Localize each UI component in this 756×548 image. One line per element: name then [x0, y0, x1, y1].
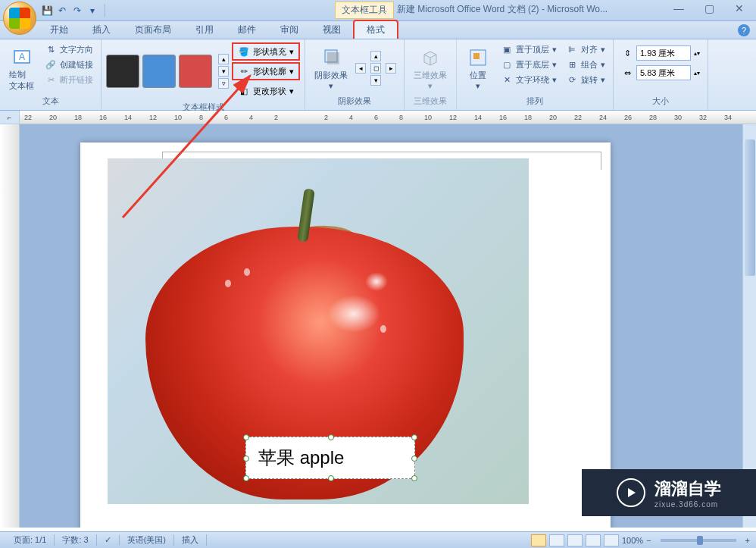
spinner-icon[interactable]: ▴▾ — [694, 70, 700, 77]
ruler-corner[interactable]: ⌐ — [0, 111, 20, 124]
style-row-up[interactable]: ▴ — [218, 54, 229, 64]
create-link-button[interactable]: 🔗创建链接 — [42, 58, 96, 71]
tab-review[interactable]: 审阅 — [268, 21, 311, 39]
dropdown-icon: ▾ — [289, 86, 294, 96]
position-button[interactable]: 位置 ▾ — [461, 42, 495, 94]
group-styles: ▴ ▾ ▿ 🪣形状填充 ▾ ✏形状轮廓 ▾ ◧更改形状 ▾ 文本框样式 — [102, 39, 305, 110]
height-input[interactable]: 1.93 厘米 — [636, 45, 691, 61]
scrollbar-thumb[interactable] — [745, 139, 755, 276]
shadow-effects-button[interactable]: 阴影效果 ▾ — [310, 42, 352, 94]
tab-references[interactable]: 引用 — [183, 21, 226, 39]
align-icon: ⊫ — [566, 43, 578, 55]
view-outline[interactable] — [586, 534, 601, 546]
change-shape-button[interactable]: ◧更改形状 ▾ — [232, 82, 300, 100]
rotate-button[interactable]: ⟳旋转 ▾ — [563, 73, 608, 86]
bring-front-button[interactable]: ▣置于顶层 ▾ — [498, 42, 560, 56]
tab-view[interactable]: 视图 — [311, 21, 353, 39]
text-box-content[interactable]: 苹果 apple — [258, 446, 344, 470]
document-title: 新建 Microsoft Office Word 文档 (2) - Micros… — [397, 3, 608, 16]
link-icon: 🔗 — [45, 58, 57, 70]
status-proof-icon[interactable]: ✓ — [97, 535, 120, 545]
help-icon[interactable]: ? — [738, 24, 750, 36]
zoom-slider-thumb[interactable] — [697, 536, 703, 545]
send-back-icon: ▢ — [501, 58, 513, 70]
shadow-icon — [319, 45, 343, 70]
separator — [105, 4, 105, 17]
group-icon: ⊞ — [566, 58, 578, 70]
width-input[interactable]: 5.83 厘米 — [636, 65, 691, 80]
shadow-nudge-right[interactable]: ▸ — [386, 63, 396, 74]
resize-handle-ne[interactable] — [411, 434, 417, 440]
style-swatch-black[interactable] — [106, 55, 139, 88]
office-button[interactable] — [3, 2, 36, 35]
tab-insert[interactable]: 插入 — [80, 21, 123, 39]
status-mode[interactable]: 插入 — [174, 534, 207, 546]
redo-icon[interactable]: ↷ — [71, 5, 83, 17]
resize-handle-s[interactable] — [328, 475, 334, 481]
save-icon[interactable]: 💾 — [41, 5, 53, 17]
resize-handle-w[interactable] — [243, 456, 249, 462]
resize-handle-nw[interactable] — [243, 434, 249, 440]
zoom-out-button[interactable]: − — [646, 536, 651, 545]
text-direction-button[interactable]: ⇅文字方向 — [42, 42, 96, 56]
resize-handle-sw[interactable] — [243, 475, 249, 481]
group-size-label: 大小 — [618, 94, 703, 108]
maximize-button[interactable]: ▢ — [694, 0, 724, 17]
shadow-toggle[interactable]: ◻ — [370, 63, 381, 74]
shape-outline-button[interactable]: ✏形状轮廓 ▾ — [232, 62, 300, 80]
zoom-in-button[interactable]: + — [745, 536, 750, 545]
status-words[interactable]: 字数: 3 — [55, 534, 96, 546]
undo-icon[interactable]: ↶ — [56, 5, 68, 17]
resize-handle-n[interactable] — [328, 434, 334, 440]
style-more-button[interactable]: ▿ — [218, 78, 229, 89]
view-print-layout[interactable] — [531, 534, 546, 546]
spinner-icon[interactable]: ▴▾ — [694, 50, 700, 57]
change-shape-icon: ◧ — [238, 85, 250, 97]
shadow-nudge-left[interactable]: ◂ — [355, 63, 366, 74]
minimize-button[interactable]: — — [664, 0, 694, 17]
shadow-nudge-up[interactable]: ▴ — [370, 51, 381, 61]
zoom-slider[interactable] — [661, 539, 736, 542]
resize-handle-se[interactable] — [411, 475, 417, 481]
zoom-level[interactable]: 100% — [622, 536, 643, 545]
group-text-label: 文本 — [5, 94, 96, 108]
group-shadow-label: 阴影效果 — [310, 94, 399, 108]
tab-mailings[interactable]: 邮件 — [226, 21, 268, 39]
dropdown-icon: ▾ — [289, 67, 294, 77]
text-box[interactable]: 苹果 apple — [245, 437, 415, 479]
tab-format[interactable]: 格式 — [353, 20, 398, 39]
break-link-button[interactable]: ✂断开链接 — [42, 73, 96, 86]
group-size: ⇕ 1.93 厘米 ▴▾ ⇔ 5.83 厘米 ▴▾ 大小 — [614, 39, 708, 110]
document-canvas[interactable]: 苹果 apple — [20, 124, 756, 528]
send-back-button[interactable]: ▢置于底层 ▾ — [498, 58, 560, 71]
status-page[interactable]: 页面: 1/1 — [6, 534, 55, 546]
view-web-layout[interactable] — [567, 534, 583, 546]
document-area: 苹果 apple — [0, 124, 756, 528]
apple-detail — [244, 268, 250, 276]
style-swatch-red[interactable] — [179, 55, 212, 88]
dropdown-icon: ▾ — [289, 47, 294, 57]
apple-detail — [365, 272, 388, 291]
group-button[interactable]: ⊞组合 ▾ — [563, 58, 608, 71]
style-row-down[interactable]: ▾ — [218, 66, 229, 77]
status-language[interactable]: 英语(美国) — [120, 534, 174, 546]
tab-home[interactable]: 开始 — [38, 21, 80, 39]
text-direction-icon: ⇅ — [45, 43, 57, 55]
outline-icon: ✏ — [238, 65, 250, 77]
view-full-screen[interactable] — [549, 534, 564, 546]
align-button[interactable]: ⊫对齐 ▾ — [563, 42, 608, 56]
ruler-vertical[interactable] — [0, 124, 20, 528]
resize-handle-e[interactable] — [411, 456, 417, 462]
shadow-nudge-down[interactable]: ▾ — [370, 75, 381, 86]
style-swatch-blue[interactable] — [142, 55, 176, 88]
scrollbar-vertical[interactable] — [742, 124, 756, 528]
3d-effects-button[interactable]: 三维效果 ▾ — [409, 42, 451, 94]
close-button[interactable]: ✕ — [724, 0, 754, 17]
qat-dropdown-icon[interactable]: ▾ — [86, 5, 98, 17]
draw-textbox-button[interactable]: A 绘制 文本框 — [5, 42, 39, 94]
view-draft[interactable] — [604, 534, 619, 546]
tab-page-layout[interactable]: 页面布局 — [123, 21, 183, 39]
ruler-h-scale[interactable]: 2220181614121086422468101214161820222426… — [20, 111, 756, 124]
shape-fill-button[interactable]: 🪣形状填充 ▾ — [232, 42, 300, 61]
text-wrap-button[interactable]: ✕文字环绕 ▾ — [498, 73, 560, 86]
